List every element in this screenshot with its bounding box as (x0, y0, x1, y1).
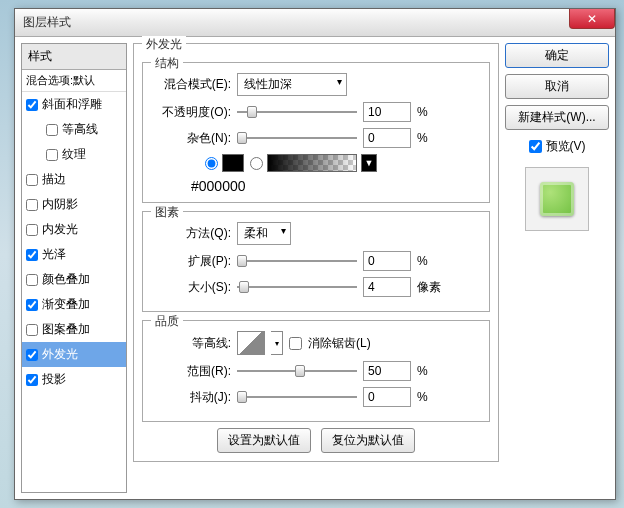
sidebar-item[interactable]: 光泽 (22, 242, 126, 267)
jitter-slider[interactable] (237, 396, 357, 398)
styles-sidebar: 样式 混合选项:默认 斜面和浮雕等高线纹理描边内阴影内发光光泽颜色叠加渐变叠加图… (21, 43, 127, 493)
style-checkbox[interactable] (26, 99, 38, 111)
noise-unit: % (417, 131, 447, 145)
solid-color-radio[interactable] (205, 157, 218, 170)
technique-dropdown[interactable]: 柔和 (237, 222, 291, 245)
quality-title: 品质 (151, 313, 183, 330)
sidebar-item[interactable]: 描边 (22, 167, 126, 192)
opacity-unit: % (417, 105, 447, 119)
sidebar-item[interactable]: 外发光 (22, 342, 126, 367)
titlebar[interactable]: 图层样式 ✕ (15, 9, 615, 37)
size-slider[interactable] (237, 286, 357, 288)
sidebar-item-label: 内发光 (42, 221, 78, 238)
sidebar-item-label: 描边 (42, 171, 66, 188)
new-style-button[interactable]: 新建样式(W)... (505, 105, 609, 130)
group-title: 外发光 (142, 36, 186, 53)
close-button[interactable]: ✕ (569, 9, 615, 29)
style-checkbox[interactable] (26, 174, 38, 186)
sidebar-item-label: 外发光 (42, 346, 78, 363)
sidebar-item[interactable]: 投影 (22, 367, 126, 392)
main-panel: 外发光 结构 混合模式(E): 线性加深 不透明度(O): % 杂色(N (133, 43, 499, 493)
style-checkbox[interactable] (26, 299, 38, 311)
right-panel: 确定 取消 新建样式(W)... 预览(V) (505, 43, 609, 493)
gradient-swatch[interactable] (267, 154, 357, 172)
reset-default-button[interactable]: 复位为默认值 (321, 428, 415, 453)
technique-label: 方法(Q): (151, 225, 231, 242)
sidebar-item-label: 等高线 (62, 121, 98, 138)
opacity-input[interactable] (363, 102, 411, 122)
size-input[interactable] (363, 277, 411, 297)
sidebar-item-label: 图案叠加 (42, 321, 90, 338)
sidebar-item[interactable]: 内阴影 (22, 192, 126, 217)
sidebar-item-label: 光泽 (42, 246, 66, 263)
opacity-slider[interactable] (237, 111, 357, 113)
preview-box (525, 167, 589, 231)
sidebar-item-label: 斜面和浮雕 (42, 96, 102, 113)
sidebar-item[interactable]: 图案叠加 (22, 317, 126, 342)
blend-mode-label: 混合模式(E): (151, 76, 231, 93)
elements-subgroup: 图素 方法(Q): 柔和 扩展(P): % 大小(S): (142, 211, 490, 312)
set-default-button[interactable]: 设置为默认值 (217, 428, 311, 453)
style-checkbox[interactable] (26, 224, 38, 236)
sidebar-item-label: 颜色叠加 (42, 271, 90, 288)
blend-mode-dropdown[interactable]: 线性加深 (237, 73, 347, 96)
close-icon: ✕ (587, 12, 597, 26)
elements-title: 图素 (151, 204, 183, 221)
outer-glow-group: 外发光 结构 混合模式(E): 线性加深 不透明度(O): % 杂色(N (133, 43, 499, 462)
jitter-label: 抖动(J): (151, 389, 231, 406)
range-label: 范围(R): (151, 363, 231, 380)
contour-label: 等高线: (151, 335, 231, 352)
preview-thumbnail (540, 182, 574, 216)
cancel-button[interactable]: 取消 (505, 74, 609, 99)
style-checkbox[interactable] (26, 349, 38, 361)
gradient-radio[interactable] (250, 157, 263, 170)
noise-input[interactable] (363, 128, 411, 148)
jitter-input[interactable] (363, 387, 411, 407)
sidebar-item[interactable]: 纹理 (22, 142, 126, 167)
noise-label: 杂色(N): (151, 130, 231, 147)
style-checkbox[interactable] (26, 374, 38, 386)
structure-subgroup: 结构 混合模式(E): 线性加深 不透明度(O): % 杂色(N): (142, 62, 490, 203)
jitter-unit: % (417, 390, 447, 404)
color-swatch[interactable] (222, 154, 244, 172)
layer-style-dialog: 图层样式 ✕ 样式 混合选项:默认 斜面和浮雕等高线纹理描边内阴影内发光光泽颜色… (14, 8, 616, 500)
sidebar-item[interactable]: 颜色叠加 (22, 267, 126, 292)
noise-slider[interactable] (237, 137, 357, 139)
preview-label: 预览(V) (546, 138, 586, 155)
range-input[interactable] (363, 361, 411, 381)
hex-value: #000000 (191, 178, 481, 194)
preview-checkbox[interactable] (529, 140, 542, 153)
range-slider[interactable] (237, 370, 357, 372)
spread-unit: % (417, 254, 447, 268)
spread-slider[interactable] (237, 260, 357, 262)
sidebar-item-label: 渐变叠加 (42, 296, 90, 313)
sidebar-item[interactable]: 渐变叠加 (22, 292, 126, 317)
antialias-checkbox[interactable] (289, 337, 302, 350)
sidebar-header[interactable]: 样式 (22, 44, 126, 70)
style-checkbox[interactable] (46, 124, 58, 136)
sidebar-item[interactable]: 内发光 (22, 217, 126, 242)
sidebar-item[interactable]: 等高线 (22, 117, 126, 142)
sidebar-item[interactable]: 斜面和浮雕 (22, 92, 126, 117)
quality-subgroup: 品质 等高线: ▾ 消除锯齿(L) 范围(R): % (142, 320, 490, 422)
size-unit: 像素 (417, 279, 447, 296)
sidebar-blend-default[interactable]: 混合选项:默认 (22, 70, 126, 92)
spread-input[interactable] (363, 251, 411, 271)
style-checkbox[interactable] (26, 249, 38, 261)
range-unit: % (417, 364, 447, 378)
sidebar-item-label: 内阴影 (42, 196, 78, 213)
size-label: 大小(S): (151, 279, 231, 296)
structure-title: 结构 (151, 55, 183, 72)
window-title: 图层样式 (23, 14, 71, 31)
sidebar-item-label: 投影 (42, 371, 66, 388)
opacity-label: 不透明度(O): (151, 104, 231, 121)
style-checkbox[interactable] (26, 199, 38, 211)
style-checkbox[interactable] (26, 274, 38, 286)
style-checkbox[interactable] (26, 324, 38, 336)
ok-button[interactable]: 确定 (505, 43, 609, 68)
style-checkbox[interactable] (46, 149, 58, 161)
contour-picker[interactable] (237, 331, 265, 355)
gradient-dropdown-icon[interactable]: ▼ (361, 154, 377, 172)
spread-label: 扩展(P): (151, 253, 231, 270)
contour-dropdown-icon[interactable]: ▾ (271, 331, 283, 355)
